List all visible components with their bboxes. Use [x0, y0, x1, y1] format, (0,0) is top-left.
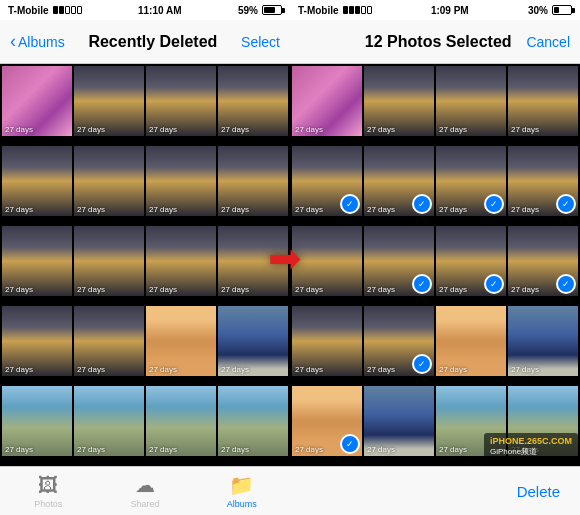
select-button[interactable]: Select — [241, 34, 280, 50]
days-label: 27 days — [295, 125, 323, 134]
chevron-left-icon: ‹ — [10, 31, 16, 52]
list-item[interactable]: 27 days — [436, 66, 506, 136]
list-item[interactable]: 27 days — [436, 146, 506, 216]
list-item[interactable]: 27 days — [2, 386, 72, 456]
right-tab-bar: placeholder Delete — [290, 466, 580, 515]
days-label: 27 days — [5, 285, 33, 294]
list-item[interactable]: 27 days — [292, 386, 362, 456]
days-label: 27 days — [149, 445, 177, 454]
tab-albums-label: Albums — [227, 499, 257, 509]
left-status-bar: T-Mobile 11:10 AM 59% — [0, 0, 290, 20]
days-label: 27 days — [149, 285, 177, 294]
list-item[interactable]: 27 days — [74, 306, 144, 376]
list-item[interactable]: 27 days — [218, 146, 288, 216]
list-item[interactable]: 27 days — [146, 386, 216, 456]
days-label: 27 days — [295, 365, 323, 374]
list-item[interactable]: 27 days — [146, 306, 216, 376]
right-battery-percent: 30% — [528, 5, 548, 16]
list-item[interactable]: 27 days — [292, 66, 362, 136]
list-item[interactable]: 27 days — [364, 306, 434, 376]
days-label: 27 days — [439, 445, 467, 454]
photos-icon: 🖼 — [38, 474, 58, 497]
list-item[interactable]: 27 days — [364, 146, 434, 216]
back-label[interactable]: Albums — [18, 34, 65, 50]
list-item[interactable]: 27 days — [436, 306, 506, 376]
list-item[interactable]: 27 days — [364, 226, 434, 296]
days-label: 27 days — [77, 285, 105, 294]
arrow-icon: ➡ — [268, 235, 302, 281]
days-label: 27 days — [511, 285, 539, 294]
watermark: iPHONE.265C.COM GiPhone频道 — [484, 433, 578, 460]
right-status-left: T-Mobile — [298, 5, 372, 16]
list-item[interactable]: 27 days — [218, 306, 288, 376]
tab-photos-label: Photos — [34, 499, 62, 509]
days-label: 27 days — [295, 285, 323, 294]
days-label: 27 days — [439, 365, 467, 374]
days-label: 27 days — [511, 125, 539, 134]
days-label: 27 days — [367, 365, 395, 374]
left-carrier: T-Mobile — [8, 5, 49, 16]
days-label: 27 days — [295, 205, 323, 214]
days-label: 27 days — [149, 125, 177, 134]
right-status-bar: T-Mobile 1:09 PM 30% — [290, 0, 580, 20]
tab-photos[interactable]: 🖼 Photos — [18, 474, 78, 509]
right-carrier: T-Mobile — [298, 5, 339, 16]
list-item[interactable]: 27 days — [508, 66, 578, 136]
list-item[interactable]: 27 days — [2, 306, 72, 376]
days-label: 27 days — [367, 285, 395, 294]
list-item[interactable]: 27 days — [146, 226, 216, 296]
days-label: 27 days — [221, 205, 249, 214]
days-label: 27 days — [5, 445, 33, 454]
list-item[interactable]: 27 days — [2, 146, 72, 216]
days-label: 27 days — [77, 125, 105, 134]
right-battery-icon — [552, 5, 572, 15]
left-phone-panel: T-Mobile 11:10 AM 59% ‹ Albums Recently … — [0, 0, 290, 515]
days-label: 27 days — [149, 205, 177, 214]
right-photo-grid: 27 days27 days27 days27 days27 days27 da… — [290, 64, 580, 466]
list-item[interactable]: 27 days — [146, 146, 216, 216]
delete-button[interactable]: Delete — [517, 483, 560, 500]
list-item[interactable]: 27 days — [2, 66, 72, 136]
left-status-right: 59% — [238, 5, 282, 16]
days-label: 27 days — [367, 445, 395, 454]
list-item[interactable]: 27 days — [74, 146, 144, 216]
left-nav-bar: ‹ Albums Recently Deleted Select — [0, 20, 290, 64]
days-label: 27 days — [221, 125, 249, 134]
watermark-brand: GiPhone频道 — [490, 446, 572, 457]
left-tab-bar: 🖼 Photos ☁ Shared 📁 Albums — [0, 466, 290, 515]
list-item[interactable]: 27 days — [74, 66, 144, 136]
left-status-left: T-Mobile — [8, 5, 82, 16]
days-label: 27 days — [77, 445, 105, 454]
left-nav-title: Recently Deleted — [88, 33, 217, 51]
days-label: 27 days — [5, 205, 33, 214]
list-item[interactable]: 27 days — [218, 386, 288, 456]
list-item[interactable]: 27 days — [508, 226, 578, 296]
list-item[interactable]: 27 days — [292, 306, 362, 376]
days-label: 27 days — [77, 205, 105, 214]
days-label: 27 days — [5, 125, 33, 134]
right-signal — [343, 6, 372, 14]
days-label: 27 days — [221, 365, 249, 374]
tab-shared[interactable]: ☁ Shared — [115, 473, 175, 509]
shared-icon: ☁ — [135, 473, 155, 497]
back-button[interactable]: ‹ Albums — [10, 31, 65, 52]
tab-albums[interactable]: 📁 Albums — [212, 473, 272, 509]
list-item[interactable]: 27 days — [436, 226, 506, 296]
list-item[interactable]: 27 days — [508, 306, 578, 376]
list-item[interactable]: 27 days — [364, 66, 434, 136]
list-item[interactable]: 27 days — [218, 66, 288, 136]
list-item[interactable]: 27 days — [292, 146, 362, 216]
days-label: 27 days — [439, 285, 467, 294]
cancel-button[interactable]: Cancel — [526, 34, 570, 50]
list-item[interactable]: 27 days — [364, 386, 434, 456]
left-battery-icon — [262, 5, 282, 15]
list-item[interactable]: 27 days — [508, 146, 578, 216]
days-label: 27 days — [149, 365, 177, 374]
list-item[interactable]: 27 days — [74, 386, 144, 456]
days-label: 27 days — [439, 125, 467, 134]
list-item[interactable]: 27 days — [292, 226, 362, 296]
list-item[interactable]: 27 days — [2, 226, 72, 296]
days-label: 27 days — [221, 285, 249, 294]
list-item[interactable]: 27 days — [146, 66, 216, 136]
list-item[interactable]: 27 days — [74, 226, 144, 296]
